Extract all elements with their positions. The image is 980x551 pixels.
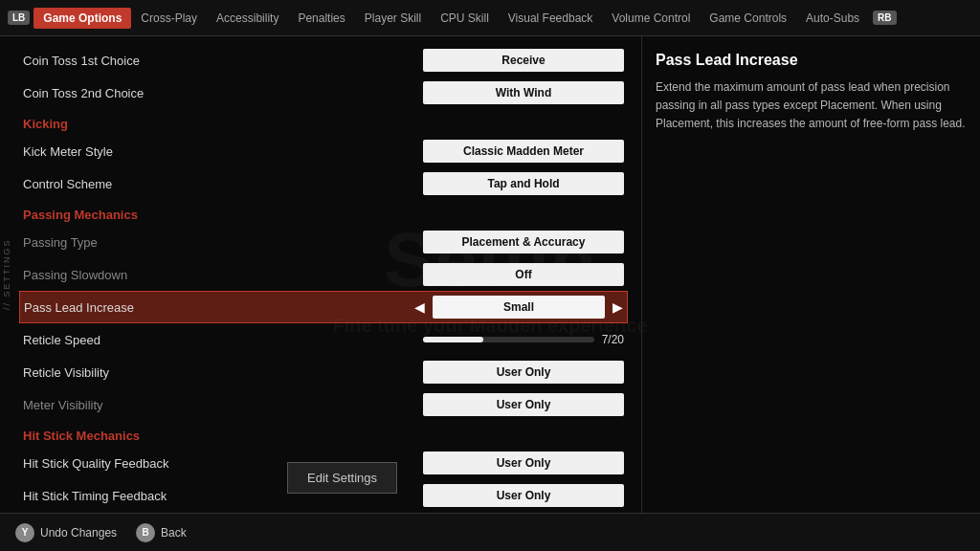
b-button-icon: B xyxy=(136,523,155,542)
value-control-scheme[interactable]: Tap and Hold xyxy=(423,172,624,195)
section-hit-stick: Hit Stick Mechanics xyxy=(19,421,628,447)
value-pass-lead-increase[interactable]: Small xyxy=(433,296,605,319)
value-kick-meter[interactable]: Classic Madden Meter xyxy=(423,140,624,163)
bottom-bar: Y Undo Changes B Back xyxy=(0,513,980,551)
info-description: Extend the maximum amount of pass lead w… xyxy=(656,78,967,134)
rb-button[interactable]: RB xyxy=(873,11,896,25)
label-coin-toss-1st: Coin Toss 1st Choice xyxy=(23,54,423,68)
section-kicking: Kicking xyxy=(19,109,628,135)
value-coin-toss-1st[interactable]: Receive xyxy=(423,49,624,72)
undo-changes-btn[interactable]: Y Undo Changes xyxy=(15,523,117,542)
label-reticle-speed: Reticle Speed xyxy=(23,333,423,347)
section-passing-mechanics: Passing Mechanics xyxy=(19,200,628,226)
value-coin-toss-2nd[interactable]: With Wind xyxy=(423,81,624,104)
value-passing-type[interactable]: Placement & Accuracy xyxy=(423,231,624,253)
label-pass-lead-increase: Pass Lead Increase xyxy=(24,300,414,315)
info-title: Pass Lead Increase xyxy=(656,52,967,69)
undo-changes-label: Undo Changes xyxy=(40,526,117,540)
row-passing-type: Passing Type Placement & Accuracy xyxy=(19,226,628,258)
row-reticle-visibility: Reticle Visibility User Only xyxy=(19,356,628,388)
row-coin-toss-2nd: Coin Toss 2nd Choice With Wind xyxy=(19,77,628,109)
tab-cross-play[interactable]: Cross-Play xyxy=(131,8,207,29)
tab-auto-subs[interactable]: Auto-Subs xyxy=(796,8,869,29)
row-coin-toss-1st: Coin Toss 1st Choice Receive xyxy=(19,44,628,77)
top-nav: LB Game Options Cross-Play Accessibility… xyxy=(0,0,980,36)
reticle-speed-track[interactable] xyxy=(423,337,594,342)
value-hit-stick-timing[interactable]: User Only xyxy=(423,484,624,507)
edit-settings-button[interactable]: Edit Settings xyxy=(287,462,397,494)
label-kick-meter: Kick Meter Style xyxy=(23,144,423,159)
label-passing-type: Passing Type xyxy=(23,235,423,250)
row-reticle-speed: Reticle Speed 7/20 xyxy=(19,323,628,356)
value-reticle-visibility[interactable]: User Only xyxy=(423,361,624,384)
tab-volume-control[interactable]: Volume Control xyxy=(602,8,700,29)
back-label: Back xyxy=(161,526,187,540)
main-layout: Coin Toss 1st Choice Receive Coin Toss 2… xyxy=(0,36,980,513)
tab-cpu-skill[interactable]: CPU Skill xyxy=(431,8,499,29)
tab-player-skill[interactable]: Player Skill xyxy=(355,8,431,29)
reticle-speed-fill xyxy=(423,337,483,342)
value-passing-slowdown[interactable]: Off xyxy=(423,263,624,286)
info-panel: Pass Lead Increase Extend the maximum am… xyxy=(641,36,980,513)
arrow-right-pass-lead[interactable]: ▶ xyxy=(612,299,623,315)
label-reticle-visibility: Reticle Visibility xyxy=(23,365,423,380)
row-passing-slowdown: Passing Slowdown Off xyxy=(19,258,628,291)
tab-penalties[interactable]: Penalties xyxy=(288,8,354,29)
row-kick-meter: Kick Meter Style Classic Madden Meter xyxy=(19,135,628,167)
tab-visual-feedback[interactable]: Visual Feedback xyxy=(499,8,603,29)
reticle-speed-value: 7/20 xyxy=(602,333,624,346)
label-control-scheme: Control Scheme xyxy=(23,177,423,191)
label-passing-slowdown: Passing Slowdown xyxy=(23,268,423,282)
row-control-scheme: Control Scheme Tap and Hold xyxy=(19,167,628,200)
arrow-left-pass-lead[interactable]: ◀ xyxy=(414,299,425,315)
edit-settings-area: Edit Settings xyxy=(287,462,397,494)
tab-game-controls[interactable]: Game Controls xyxy=(700,8,796,29)
label-coin-toss-2nd: Coin Toss 2nd Choice xyxy=(23,86,423,100)
reticle-speed-slider-container: 7/20 xyxy=(423,333,624,346)
label-meter-visibility: Meter Visibility xyxy=(23,398,423,412)
settings-panel: Coin Toss 1st Choice Receive Coin Toss 2… xyxy=(0,36,641,513)
tab-game-options[interactable]: Game Options xyxy=(33,8,131,29)
row-pass-lead-increase: Pass Lead Increase ◀ Small ▶ xyxy=(19,291,628,323)
back-btn[interactable]: B Back xyxy=(136,523,187,542)
value-meter-visibility[interactable]: User Only xyxy=(423,393,624,416)
tab-accessibility[interactable]: Accessibility xyxy=(207,8,288,29)
lb-button[interactable]: LB xyxy=(8,11,30,25)
value-hit-stick-quality[interactable]: User Only xyxy=(423,452,624,474)
settings-vertical-label: // SETTINGS xyxy=(0,36,13,513)
y-button-icon: Y xyxy=(15,523,34,542)
row-meter-visibility: Meter Visibility User Only xyxy=(19,388,628,421)
